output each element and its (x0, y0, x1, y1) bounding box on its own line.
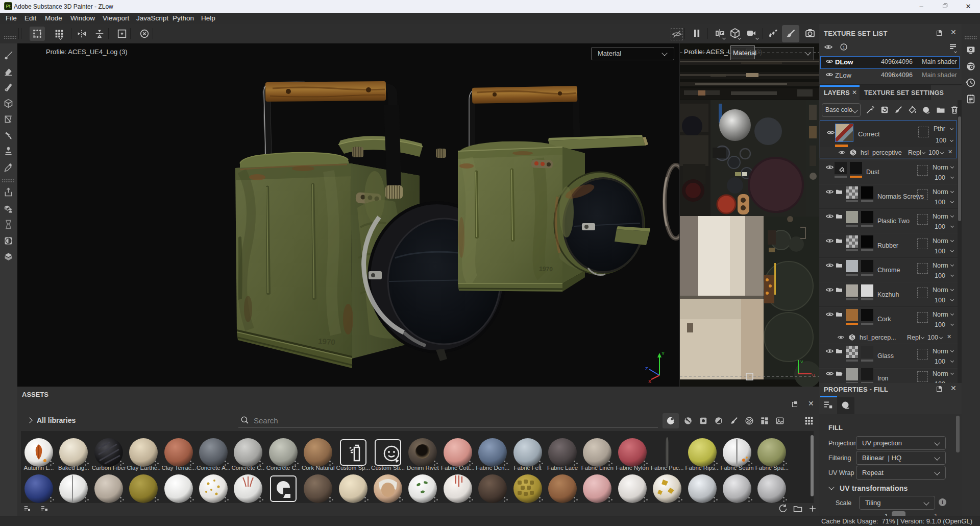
svg-text:1970: 1970 (539, 265, 553, 273)
svg-text:1: 1 (843, 45, 845, 50)
svg-text:Z: Z (645, 366, 648, 371)
svg-text:X: X (648, 379, 651, 384)
svg-text:Y: Y (662, 351, 665, 356)
svg-text:U: U (812, 373, 815, 377)
svg-text:1970: 1970 (318, 337, 335, 346)
svg-text:V: V (800, 360, 803, 364)
